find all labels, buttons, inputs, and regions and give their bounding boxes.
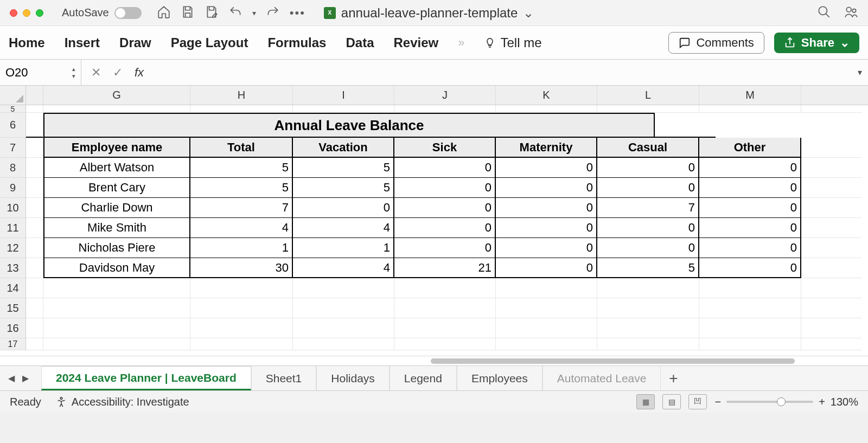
cell[interactable] — [26, 218, 43, 238]
accept-formula-icon[interactable]: ✓ — [113, 66, 123, 80]
cell[interactable] — [190, 338, 293, 350]
table-cell-casual[interactable]: 7 — [597, 198, 699, 218]
row-header-12[interactable]: 12 — [0, 238, 26, 258]
cell[interactable] — [26, 113, 43, 138]
ribbon-tab-home[interactable]: Home — [9, 35, 45, 50]
table-cell-total[interactable]: 30 — [190, 258, 293, 278]
cell[interactable] — [190, 105, 293, 113]
cell[interactable] — [26, 298, 43, 318]
row-header-15[interactable]: 15 — [0, 298, 26, 318]
cell[interactable] — [597, 338, 699, 350]
save-icon[interactable] — [181, 5, 195, 21]
grid-row-10[interactable]: 10 Charlie Down 7 0 0 0 7 0 — [0, 198, 868, 218]
table-cell-other[interactable]: 0 — [699, 198, 801, 218]
autosave-toggle[interactable] — [114, 7, 142, 19]
cell[interactable] — [293, 298, 394, 318]
hscroll-track[interactable] — [26, 358, 835, 364]
table-cell-total[interactable]: 7 — [190, 198, 293, 218]
table-cell-vacation[interactable]: 4 — [293, 258, 394, 278]
ribbon-tab-review[interactable]: Review — [394, 35, 439, 50]
table-cell-sick[interactable]: 0 — [394, 238, 496, 258]
undo-dropdown-icon[interactable]: ▾ — [252, 9, 256, 17]
table-cell-sick[interactable]: 0 — [394, 178, 496, 198]
cell[interactable] — [597, 298, 699, 318]
more-commands-icon[interactable]: ••• — [290, 6, 305, 20]
row-header-11[interactable]: 11 — [0, 218, 26, 238]
column-header-G[interactable]: G — [43, 86, 190, 105]
row-header-6[interactable]: 6 — [0, 113, 26, 138]
zoom-slider[interactable] — [726, 401, 813, 403]
table-cell-name[interactable]: Albert Watson — [43, 158, 190, 178]
share-button[interactable]: Share ⌄ — [774, 33, 859, 53]
table-cell-name[interactable]: Mike Smith — [43, 218, 190, 238]
expand-formula-bar-icon[interactable]: ▾ — [852, 67, 868, 78]
grid-row-16[interactable]: 16 — [0, 318, 868, 338]
table-cell-name[interactable]: Brent Cary — [43, 178, 190, 198]
column-header-M[interactable]: M — [699, 86, 801, 105]
horizontal-scrollbar[interactable] — [0, 356, 868, 365]
row-header-7[interactable]: 7 — [0, 138, 26, 158]
grid-row-14[interactable]: 14 — [0, 278, 868, 298]
table-header-employee[interactable]: Employee name — [43, 138, 190, 158]
table-cell-other[interactable]: 0 — [699, 158, 801, 178]
table-cell-maternity[interactable]: 0 — [496, 198, 597, 218]
table-cell-name[interactable]: Charlie Down — [43, 198, 190, 218]
table-cell-sick[interactable]: 21 — [394, 258, 496, 278]
ribbon-tab-data[interactable]: Data — [346, 35, 374, 50]
cell[interactable] — [43, 298, 190, 318]
cell[interactable] — [394, 318, 496, 338]
cell[interactable] — [26, 258, 43, 278]
cell[interactable] — [597, 278, 699, 298]
column-header-K[interactable]: K — [496, 86, 597, 105]
view-normal-button[interactable]: ▦ — [636, 394, 655, 409]
account-icon[interactable] — [844, 5, 858, 21]
cell[interactable] — [496, 278, 597, 298]
row-header-8[interactable]: 8 — [0, 158, 26, 178]
grid-row-9[interactable]: 9 Brent Cary 5 5 0 0 0 0 — [0, 178, 868, 198]
table-cell-casual[interactable]: 0 — [597, 218, 699, 238]
cell[interactable] — [801, 178, 862, 198]
ribbon-tab-page-layout[interactable]: Page Layout — [171, 35, 248, 50]
cell[interactable] — [26, 318, 43, 338]
zoom-out-button[interactable]: − — [714, 396, 721, 408]
cell[interactable] — [190, 278, 293, 298]
table-cell-name[interactable]: Nicholas Piere — [43, 238, 190, 258]
cell[interactable] — [801, 218, 862, 238]
cell[interactable] — [26, 338, 43, 350]
table-cell-total[interactable]: 5 — [190, 158, 293, 178]
ribbon-tab-draw[interactable]: Draw — [119, 35, 151, 50]
table-cell-name[interactable]: Davidson May — [43, 258, 190, 278]
minimize-window-button[interactable] — [23, 9, 30, 17]
cell[interactable] — [801, 318, 862, 338]
cell[interactable] — [699, 318, 801, 338]
column-header-partial[interactable] — [26, 86, 43, 105]
table-cell-vacation[interactable]: 4 — [293, 218, 394, 238]
cell[interactable] — [699, 338, 801, 350]
column-header-I[interactable]: I — [293, 86, 394, 105]
table-cell-casual[interactable]: 5 — [597, 258, 699, 278]
row-header-5[interactable]: 5 — [0, 105, 26, 113]
grid-row-15[interactable]: 15 — [0, 298, 868, 318]
cell[interactable] — [801, 138, 862, 158]
close-window-button[interactable] — [10, 9, 17, 17]
add-sheet-button[interactable]: + — [661, 370, 686, 387]
cell[interactable] — [597, 318, 699, 338]
grid-row-11[interactable]: 11 Mike Smith 4 4 0 0 0 0 — [0, 218, 868, 238]
grid-row-8[interactable]: 8 Albert Watson 5 5 0 0 0 0 — [0, 158, 868, 178]
cell[interactable] — [26, 105, 43, 113]
view-page-layout-button[interactable]: ▤ — [662, 394, 681, 409]
sheet-tab-legend[interactable]: Legend — [390, 366, 457, 390]
table-header-maternity[interactable]: Maternity — [496, 138, 597, 158]
column-header-H[interactable]: H — [190, 86, 293, 105]
grid-row-6[interactable]: 6 Annual Leave Balance — [0, 113, 868, 138]
sheet-nav-next[interactable]: ▶ — [20, 373, 31, 384]
sheet-tab-employees[interactable]: Employees — [457, 366, 542, 390]
table-cell-sick[interactable]: 0 — [394, 218, 496, 238]
undo-icon[interactable] — [228, 5, 242, 21]
cell[interactable] — [293, 318, 394, 338]
cell[interactable] — [43, 338, 190, 350]
table-cell-casual[interactable]: 0 — [597, 238, 699, 258]
table-cell-other[interactable]: 0 — [699, 258, 801, 278]
cell[interactable] — [26, 198, 43, 218]
view-page-break-button[interactable]: 凹 — [688, 394, 707, 409]
